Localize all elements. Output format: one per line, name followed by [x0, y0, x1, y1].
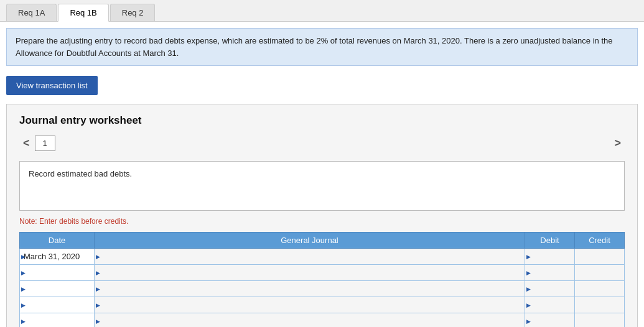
- journal-table: Date General Journal Debit Credit March …: [19, 232, 625, 327]
- tab-req2[interactable]: Req 2: [110, 4, 156, 21]
- debit-cell[interactable]: [525, 281, 575, 297]
- credit-input[interactable]: [575, 281, 624, 297]
- tabs-bar: Req 1A Req 1B Req 2: [0, 0, 644, 22]
- col-header-date: Date: [20, 233, 95, 249]
- debit-cell[interactable]: [525, 249, 575, 265]
- next-page-button[interactable]: >: [610, 136, 625, 151]
- date-cell: [20, 281, 95, 297]
- credit-input[interactable]: [575, 265, 624, 280]
- table-row: [20, 265, 625, 281]
- date-cell: [20, 313, 95, 328]
- credit-cell[interactable]: [575, 313, 625, 328]
- credit-input[interactable]: [575, 313, 624, 327]
- journal-input[interactable]: [95, 281, 525, 297]
- view-transaction-button[interactable]: View transaction list: [6, 76, 98, 95]
- debit-cell[interactable]: [525, 313, 575, 328]
- credit-cell[interactable]: [575, 297, 625, 313]
- journal-input[interactable]: [95, 313, 525, 327]
- date-cell: [20, 297, 95, 313]
- journal-cell[interactable]: [95, 281, 525, 297]
- tab-req1b[interactable]: Req 1B: [58, 4, 108, 22]
- date-cell: March 31, 2020: [20, 249, 95, 265]
- journal-cell[interactable]: [95, 313, 525, 328]
- col-header-credit: Credit: [575, 233, 625, 249]
- journal-cell[interactable]: [95, 249, 525, 265]
- record-description-box: Record estimated bad debts.: [19, 161, 625, 211]
- worksheet-title: Journal entry worksheet: [19, 114, 625, 127]
- worksheet-container: Journal entry worksheet < 1 > Record est…: [6, 104, 638, 327]
- credit-input[interactable]: [575, 249, 624, 264]
- instruction-text: Prepare the adjusting entry to record ba…: [16, 36, 612, 58]
- journal-input[interactable]: [95, 265, 525, 280]
- tab-req1a[interactable]: Req 1A: [6, 4, 57, 21]
- debit-input[interactable]: [525, 249, 574, 264]
- journal-input[interactable]: [95, 249, 525, 264]
- debit-cell[interactable]: [525, 297, 575, 313]
- credit-cell[interactable]: [575, 249, 625, 265]
- table-row: [20, 313, 625, 328]
- credit-input[interactable]: [575, 297, 624, 313]
- prev-page-button[interactable]: <: [19, 136, 34, 151]
- table-row: [20, 297, 625, 313]
- table-row: [20, 281, 625, 297]
- note-text: Note: Enter debits before credits.: [19, 217, 625, 226]
- debit-cell[interactable]: [525, 265, 575, 281]
- debit-input[interactable]: [525, 265, 574, 280]
- date-cell: [20, 265, 95, 281]
- journal-cell[interactable]: [95, 265, 525, 281]
- page-nav: < 1 >: [19, 136, 625, 151]
- col-header-debit: Debit: [525, 233, 575, 249]
- credit-cell[interactable]: [575, 265, 625, 281]
- journal-input[interactable]: [95, 297, 525, 313]
- instruction-box: Prepare the adjusting entry to record ba…: [6, 28, 638, 66]
- debit-input[interactable]: [525, 313, 574, 327]
- table-row: March 31, 2020: [20, 249, 625, 265]
- credit-cell[interactable]: [575, 281, 625, 297]
- debit-input[interactable]: [525, 297, 574, 313]
- col-header-journal: General Journal: [95, 233, 525, 249]
- debit-input[interactable]: [525, 281, 574, 297]
- record-description-text: Record estimated bad debts.: [29, 169, 132, 178]
- page-number: 1: [35, 136, 55, 151]
- journal-cell[interactable]: [95, 297, 525, 313]
